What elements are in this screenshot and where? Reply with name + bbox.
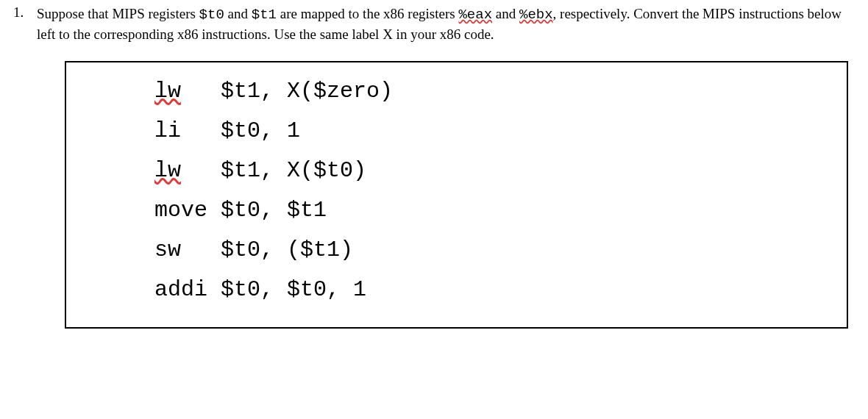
register-t0: $t0 [199,7,224,23]
args-5: $t0, ($t1) [221,237,353,262]
op-sw: sw [154,230,221,270]
code-line-3: lw$t1, X($t0) [154,151,847,190]
register-t1: $t1 [252,7,277,23]
op-addi: addi [154,270,221,309]
code-line-6: addi$t0, $t0, 1 [154,270,847,309]
code-line-5: sw$t0, ($t1) [154,230,847,270]
code-line-2: li$t0, 1 [154,111,847,151]
code-line-1: lw$t1, X($zero) [154,71,847,111]
code-box: lw$t1, X($zero) li$t0, 1 lw$t1, X($t0) m… [65,61,848,329]
text-part2: and [224,6,252,21]
question-block: 1. Suppose that MIPS registers $t0 and $… [13,4,855,43]
register-ebx: %ebx [519,7,553,23]
op-lw: lw [154,151,221,190]
register-eax: %eax [458,7,492,23]
question-text: Suppose that MIPS registers $t0 and $t1 … [37,4,846,43]
args-3: $t1, X($t0) [221,158,366,183]
op-move: move [154,190,221,230]
args-4: $t0, $t1 [221,198,327,223]
text-part4: and [492,6,519,21]
question-number: 1. [13,4,37,21]
text-part1: Suppose that MIPS registers [37,6,199,21]
args-1: $t1, X($zero) [221,79,393,104]
args-2: $t0, 1 [221,118,300,143]
op-lw: lw [154,71,221,111]
op-li: li [154,111,221,151]
code-line-4: move$t0, $t1 [154,190,847,230]
args-6: $t0, $t0, 1 [221,277,366,302]
text-part3: are mapped to the x86 registers [277,6,458,21]
